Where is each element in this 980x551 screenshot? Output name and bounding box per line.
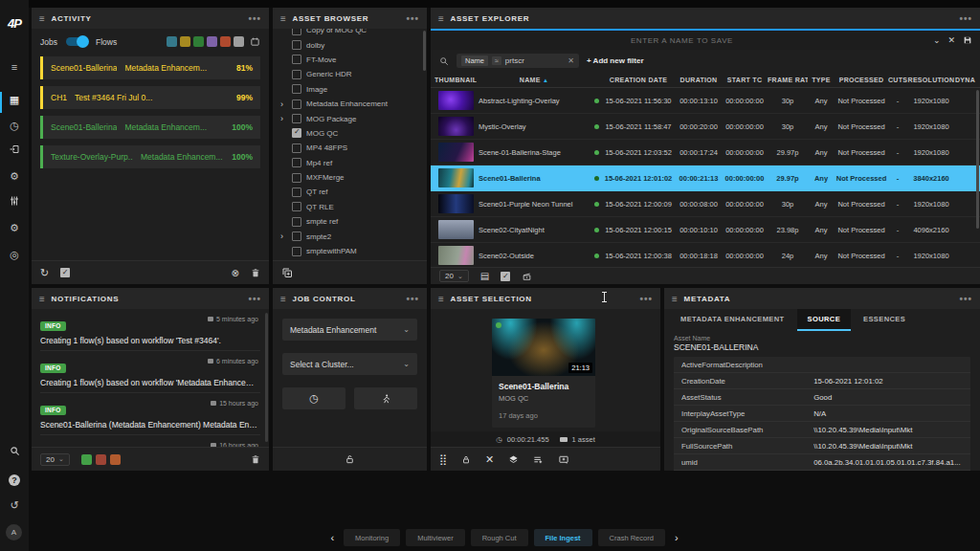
support-icon[interactable]: ◎ xyxy=(0,248,29,261)
slate-icon[interactable] xyxy=(522,272,532,281)
tree-item[interactable]: › Image xyxy=(273,82,427,97)
run-job-button[interactable] xyxy=(354,387,417,409)
scrollbar[interactable] xyxy=(265,313,268,442)
tree-checkbox[interactable] xyxy=(292,217,301,227)
tree-checkbox[interactable] xyxy=(292,231,301,241)
menu-icon[interactable]: ≡ xyxy=(0,60,29,74)
status-color-chip[interactable] xyxy=(234,36,244,47)
tree-item[interactable]: › QT RLE xyxy=(273,200,427,214)
save-icon[interactable] xyxy=(963,35,972,45)
dashboard-icon[interactable]: ▦ xyxy=(0,93,29,106)
cancel-job-icon[interactable]: ⊗ xyxy=(232,268,239,278)
asset-row[interactable]: Abstract-Lighting-Overlay 15-06-2021 11:… xyxy=(431,88,980,114)
more-menu-icon[interactable]: ••• xyxy=(248,294,261,304)
workspace-tab[interactable]: Monitoring xyxy=(344,529,400,546)
col-resolution[interactable]: RESOLUTION xyxy=(907,77,955,83)
notification-item[interactable]: INFO 15 hours ago Scene01-Ballerina (Met… xyxy=(40,393,260,435)
user-avatar[interactable]: A xyxy=(6,524,22,540)
tree-item[interactable]: › Generic HDR xyxy=(273,67,427,81)
asset-row[interactable]: Scene02-CityatNight 15-06-2021 12:00:15 … xyxy=(431,217,980,243)
metadata-row[interactable]: FullSourcePath \\10.20.45.39\Media\Input… xyxy=(674,438,970,454)
page-size-select[interactable]: 20⌄ xyxy=(439,270,469,282)
remove-filter-icon[interactable]: ✕ xyxy=(568,56,574,65)
calendar-icon[interactable] xyxy=(250,36,260,47)
save-search-input[interactable] xyxy=(438,35,925,46)
playlist-add-icon[interactable] xyxy=(533,454,544,465)
tree-checkbox[interactable] xyxy=(292,55,301,64)
col-dynamic[interactable]: DYNA xyxy=(955,77,976,83)
notification-item[interactable]: INFO 5 minutes ago Creating 1 flow(s) ba… xyxy=(40,309,260,351)
tree-checkbox[interactable] xyxy=(292,40,301,50)
tree-item[interactable]: › smpte2 xyxy=(273,229,427,243)
notification-item[interactable]: INFO 6 minutes ago Creating 1 flow(s) ba… xyxy=(40,351,260,393)
more-menu-icon[interactable]: ••• xyxy=(406,294,419,304)
send-to-screen-icon[interactable] xyxy=(558,454,569,465)
col-type[interactable]: TYPE xyxy=(808,77,835,83)
asset-row[interactable]: Scene-01-Ballerina-Stage 15-06-2021 12:0… xyxy=(431,140,980,165)
select-all-checkbox[interactable]: ✓ xyxy=(501,272,510,281)
metadata-row[interactable]: OriginalSourceBasePath \\10.20.45.39\Med… xyxy=(674,422,970,438)
next-workspace-icon[interactable]: › xyxy=(671,532,682,543)
metadata-row[interactable]: AssetStatus Good xyxy=(674,389,970,406)
settings-gear-icon[interactable]: ⚙ xyxy=(0,221,29,234)
tree-item[interactable]: › Copy of MOG QC xyxy=(273,29,427,37)
drag-handle-icon[interactable]: ≡ xyxy=(280,294,287,304)
workspace-tab[interactable]: Multiviewer xyxy=(406,529,465,546)
library-add-icon[interactable] xyxy=(281,267,293,278)
tree-checkbox[interactable] xyxy=(292,143,301,153)
lock-icon[interactable] xyxy=(461,454,471,465)
activity-item[interactable]: Texture-Overlay-Purp... Metadata Enhance… xyxy=(40,145,260,168)
col-thumbnail[interactable]: THUMBNAIL xyxy=(434,77,477,83)
grid-view-icon[interactable]: ⣿ xyxy=(439,453,447,466)
expand-chevron-icon[interactable]: › xyxy=(280,99,287,109)
chevron-down-icon[interactable]: ⌄ xyxy=(933,35,941,45)
workspace-tab[interactable]: File Ingest xyxy=(534,529,592,546)
severity-color-chip[interactable] xyxy=(110,454,121,465)
more-menu-icon[interactable]: ••• xyxy=(639,294,653,304)
metadata-row[interactable]: CreationDate 15-06-2021 12:01:02 xyxy=(674,373,970,389)
selected-asset-card[interactable]: 21:13 Scene01-Ballerina MOG QC 17 days a… xyxy=(492,319,595,428)
tree-checkbox[interactable] xyxy=(292,128,301,138)
tree-checkbox[interactable] xyxy=(292,70,301,79)
tree-checkbox[interactable] xyxy=(292,247,301,256)
history-icon[interactable]: ◷ xyxy=(0,119,29,132)
jobs-flows-toggle[interactable] xyxy=(66,37,87,46)
workspace-tab[interactable]: Crash Record xyxy=(598,529,665,546)
add-filter-button[interactable]: + Add new filter xyxy=(587,56,644,65)
metadata-row[interactable]: ActiveFormatDescription xyxy=(674,357,970,373)
tree-checkbox[interactable] xyxy=(292,187,301,197)
col-frame-rate[interactable]: FRAME RATE xyxy=(768,77,808,83)
workflow-select[interactable]: Metadata Enhancement⌄ xyxy=(282,319,417,341)
drag-handle-icon[interactable]: ≡ xyxy=(672,294,679,304)
col-cuts[interactable]: CUTS xyxy=(888,77,907,83)
layers-icon[interactable] xyxy=(508,454,519,465)
expand-chevron-icon[interactable]: › xyxy=(280,114,287,123)
drag-handle-icon[interactable]: ≡ xyxy=(39,13,46,24)
select-all-checkbox[interactable]: ✓ xyxy=(60,268,70,277)
tree-checkbox[interactable] xyxy=(292,173,301,183)
workspace-tab[interactable]: Rough Cut xyxy=(471,529,528,546)
tree-checkbox[interactable] xyxy=(292,114,301,123)
services-gear-icon[interactable]: ⚙ xyxy=(0,169,29,183)
metadata-tab[interactable]: METADATA ENHANCEMENT xyxy=(670,309,795,331)
tree-item[interactable]: › FT-Move xyxy=(273,53,427,67)
notification-item[interactable]: INFO 16 hours ago Creating 1 flow(s) bas… xyxy=(40,435,260,447)
col-creation-date[interactable]: CREATION DATE xyxy=(601,77,676,83)
metadata-tab[interactable]: ESSENCES xyxy=(853,309,916,331)
clear-icon[interactable]: ✕ xyxy=(947,35,955,45)
restore-icon[interactable]: ↺ xyxy=(0,498,29,512)
scrollbar[interactable] xyxy=(976,90,979,229)
metadata-row[interactable]: umid 06.0a.2b.34.01.01.01.05.01.01.c7.3f… xyxy=(674,454,970,471)
page-size-select[interactable]: 20⌄ xyxy=(40,453,70,466)
more-menu-icon[interactable]: ••• xyxy=(959,294,972,304)
search-icon[interactable] xyxy=(0,446,29,456)
col-duration[interactable]: DURATION xyxy=(676,77,722,83)
tune-sliders-icon[interactable] xyxy=(0,195,29,207)
clear-selection-icon[interactable]: ✕ xyxy=(485,453,494,466)
drag-handle-icon[interactable]: ≡ xyxy=(280,13,287,24)
metadata-tab[interactable]: SOURCE xyxy=(797,309,852,331)
drag-handle-icon[interactable]: ≡ xyxy=(39,294,46,304)
asset-row[interactable]: Scene01-Ballerina 15-06-2021 12:01:02 00… xyxy=(431,165,980,191)
unlock-icon[interactable] xyxy=(345,453,355,465)
tree-item[interactable]: › smptewithPAM xyxy=(273,244,427,258)
